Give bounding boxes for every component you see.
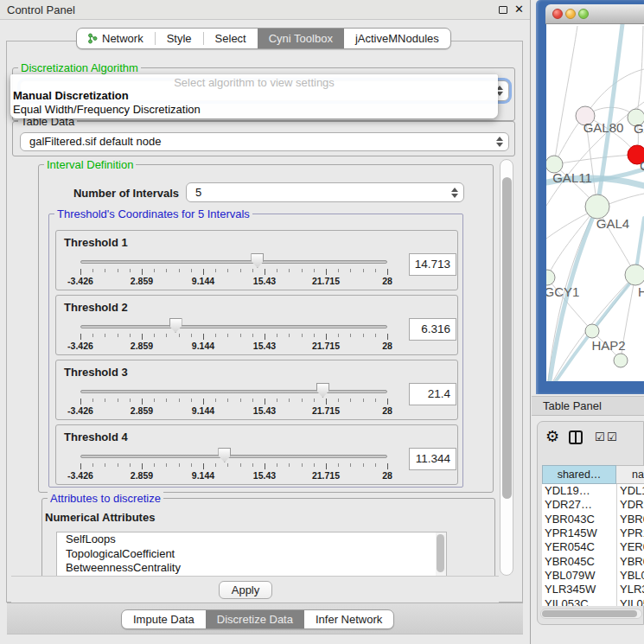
network-edge [547,207,597,277]
threshold-1-slider[interactable]: -3.4262.8599.14415.4321.71528 [56,231,402,291]
tab-select[interactable]: Select [204,29,258,48]
network-node-h[interactable] [625,265,644,285]
tick-label: 2.859 [131,405,153,416]
column-header-name[interactable]: name [616,465,644,484]
table-row[interactable]: YPR145WYPR14 [542,526,644,540]
tab-impute-data[interactable]: Impute Data [122,610,206,628]
threshold-2-slider[interactable]: -3.4262.8599.14415.4321.71528 [56,296,402,356]
table-row[interactable]: YDR27…YDR27 [542,498,644,512]
network-node-label: GAL11 [552,170,592,185]
tick-mark [326,334,327,340]
tab-infer-network[interactable]: Infer Network [304,610,393,628]
tick-mark [363,463,364,467]
settings-vertical-scrollbar[interactable] [500,159,513,576]
network-node-label: GCY1 [546,284,579,299]
tick-mark [302,463,303,467]
threshold-4-value-field[interactable]: 11.344 [409,448,456,470]
close-icon[interactable]: ✕ [514,3,524,16]
tick-mark [118,399,118,402]
slider-thumb[interactable] [251,253,264,268]
numerical-attributes-list[interactable]: SelfLoopsTopologicalCoefficientBetweenne… [56,532,447,576]
combo-arrows-icon [495,137,502,147]
table-row[interactable]: YBL079WYBL07 [542,569,644,583]
tab-network[interactable]: Network [77,29,155,48]
tab-style[interactable]: Style [156,29,203,48]
table-horizontal-scrollbar[interactable] [540,609,642,619]
attribute-list-item[interactable]: BetweennessCentrality [57,561,446,576]
tick-mark [350,463,351,467]
network-node-gcy1[interactable] [546,270,555,285]
checkbox-icon[interactable]: ☑ [607,430,617,443]
zoom-traffic-light-icon[interactable] [578,9,589,19]
slider-thumb[interactable] [169,318,182,333]
tick-mark [227,463,228,467]
threshold-2-value-field[interactable]: 6.316 [409,318,456,341]
network-node-gal4[interactable] [585,194,609,219]
scrollbar-thumb[interactable] [502,177,512,499]
minimize-traffic-light-icon[interactable] [565,9,576,19]
threshold-1-value-field[interactable]: 14.713 [409,253,456,276]
table-row[interactable]: YDL19…YDL19 [542,484,644,498]
tick-mark [277,334,277,337]
table-panel: ⚙ ☑ ☑ shared… name YDL19…YDL19YDR27…YDR2… [537,421,644,625]
tick-label: 28 [382,341,392,351]
slider-thumb[interactable] [218,448,231,462]
slider-track[interactable] [80,260,387,264]
column-header-shared-name[interactable]: shared… [542,465,616,484]
table-row[interactable]: YLR345WYLR34 [542,583,644,596]
threshold-3-slider[interactable]: -3.4262.8599.14415.4321.71528 [56,360,402,421]
network-node[interactable] [614,354,628,367]
apply-button[interactable]: Apply [219,581,272,599]
tick-mark [80,269,81,275]
tick-mark [191,399,192,402]
tab-label: Style [167,32,192,45]
tick-mark [215,463,216,467]
table-row[interactable]: YER054CYER05 [542,540,644,554]
network-node-label: H [638,284,644,299]
tab-discretize-data[interactable]: Discretize Data [206,610,304,628]
tab-jactivemnodules[interactable]: jActiveMNodules [344,29,450,48]
slider-thumb[interactable] [316,383,329,398]
algorithm-dropdown-popup: Select algorithm to view settings Manual… [10,74,498,118]
slider-track[interactable] [80,390,387,393]
float-window-icon[interactable] [499,6,507,14]
cell-shared-name: YPR145W [545,526,615,540]
apply-bar: Apply [11,576,499,603]
checkbox-icon[interactable]: ☑ [595,430,605,443]
scrollbar-thumb[interactable] [542,610,637,617]
list-scrollbar[interactable] [436,532,446,576]
control-panel: Control Panel ✕ NetworkStyleSelectCyni T… [0,0,531,644]
tick-mark [130,269,131,272]
gear-icon[interactable]: ⚙ [545,427,559,446]
top-tab-bar: NetworkStyleSelectCyni ToolboxjActiveMNo… [76,28,451,49]
tick-mark [105,463,105,467]
dropdown-item-equal-width-frequency[interactable]: Equal Width/Frequency Discretization [13,103,201,116]
network-node-label: GAL4 [596,216,629,231]
dropdown-item-manual-discretization[interactable]: Manual Discretization [13,89,129,102]
attribute-list-item[interactable]: TopologicalCoefficient [57,547,446,562]
slider-track[interactable] [80,455,387,458]
tick-mark [154,463,155,467]
network-view-window[interactable]: GAL80GACGAL11GAL4GCY1HHAP2 [536,0,644,394]
threshold-4-slider[interactable]: -3.4262.8599.14415.4321.71528 [56,425,402,486]
tick-mark [350,269,351,272]
tick-mark [154,399,155,402]
table-row[interactable]: YBR045CYBR04 [542,555,644,569]
tick-mark [92,269,93,272]
network-node-hap2[interactable] [585,324,599,338]
tab-cyni-toolbox[interactable]: Cyni Toolbox [258,29,344,48]
network-canvas[interactable]: GAL80GACGAL11GAL4GCY1HHAP2 [546,24,644,381]
table-data-combobox[interactable]: galFiltered.sif default node [20,132,509,151]
table-row[interactable]: YIL053CYIL05 [542,597,644,606]
split-columns-icon[interactable] [569,430,583,444]
threshold-3-value-field[interactable]: 21.4 [409,383,456,405]
cell-shared-name: YDL19… [545,484,615,498]
slider-track[interactable] [80,325,387,328]
number-of-intervals-combobox[interactable]: 5 [186,182,464,202]
tab-label: Select [215,32,246,45]
close-traffic-light-icon[interactable] [552,9,563,19]
table-row[interactable]: YBR043CYBR04 [542,513,644,526]
attribute-list-item[interactable]: SelfLoops [57,532,446,547]
tick-mark [166,334,167,337]
bottom-tab-bar: Impute DataDiscretize DataInfer Network [7,603,523,634]
